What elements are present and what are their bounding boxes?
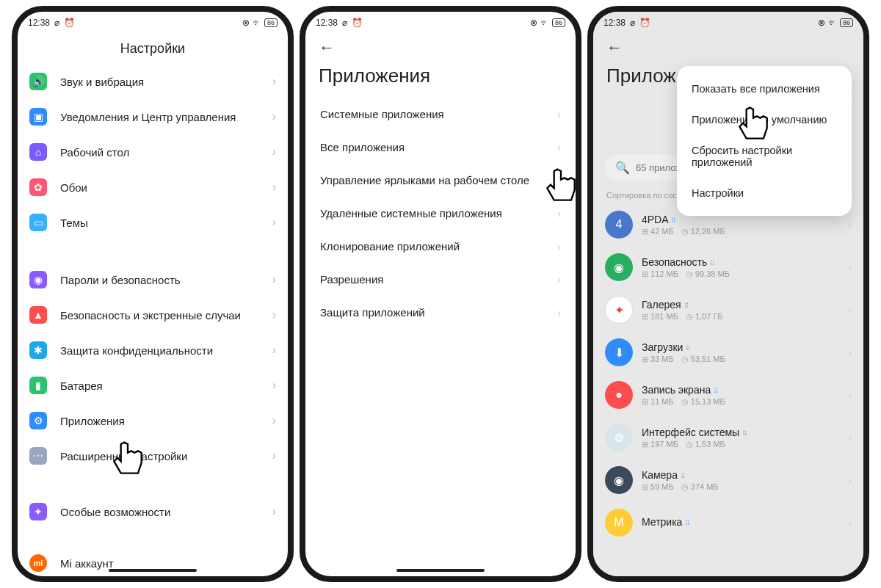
app-meta: ⊞ 197 МБ ◷ 1,53 МБ bbox=[642, 440, 839, 449]
chevron-right-icon: › bbox=[272, 344, 276, 357]
back-button[interactable]: ← bbox=[305, 31, 576, 57]
app-icon: 4 bbox=[605, 211, 633, 239]
chevron-right-icon: › bbox=[848, 219, 852, 231]
privacy-icon: ✱ bbox=[29, 341, 47, 359]
home-indicator[interactable] bbox=[396, 569, 485, 572]
battery-icon: 86 bbox=[552, 18, 565, 27]
mi-icon: mi bbox=[29, 554, 47, 572]
chevron-right-icon: › bbox=[848, 346, 852, 358]
app-row[interactable]: ✦ Галерея ⠿ ⊞ 181 МБ ◷ 1,07 ГБ › bbox=[593, 288, 863, 331]
chevron-right-icon: › bbox=[557, 207, 561, 219]
more-icon: ⋯ bbox=[29, 447, 47, 465]
chevron-right-icon: › bbox=[272, 414, 276, 427]
page-title: Приложения bbox=[305, 57, 576, 98]
chevron-right-icon: › bbox=[557, 141, 561, 153]
settings-row-notifications[interactable]: ▣ Уведомления и Центр управления › bbox=[18, 99, 288, 134]
dnd-icon: ⌀ bbox=[630, 18, 635, 28]
settings-row-themes[interactable]: ▭ Темы › bbox=[18, 205, 288, 240]
chevron-right-icon: › bbox=[557, 306, 561, 319]
chevron-right-icon: › bbox=[272, 216, 276, 229]
shield-icon: ◉ bbox=[29, 271, 47, 288]
app-row[interactable]: M Метрика ⠿ › bbox=[593, 501, 863, 544]
battery-icon: ▮ bbox=[29, 377, 47, 394]
apps-row-all[interactable]: Все приложения › bbox=[305, 131, 576, 164]
menu-reset-prefs[interactable]: Сбросить настройки приложений bbox=[677, 135, 852, 178]
settings-row-wallpaper[interactable]: ✿ Обои › bbox=[18, 170, 288, 205]
rotation-icon: ⊗ bbox=[530, 18, 537, 28]
app-meta: ⊞ 33 МБ ◷ 53,51 МБ bbox=[642, 355, 839, 364]
app-icon: ✦ bbox=[605, 296, 633, 324]
statusbar: 12:38 ⌀ ⏰ ⊗ ᯤ 86 bbox=[18, 12, 288, 31]
settings-row-home[interactable]: ⌂ Рабочий стол › bbox=[18, 134, 288, 170]
app-name: Запись экрана ⠿ bbox=[642, 384, 839, 396]
chevron-right-icon: › bbox=[557, 240, 561, 253]
apps-row-uninstalled[interactable]: Удаленные системные приложения › bbox=[305, 197, 576, 230]
settings-row-sound[interactable]: 🔊 Звук и вибрация › bbox=[18, 64, 288, 99]
app-meta: ⊞ 112 МБ ◷ 99,38 МБ bbox=[642, 269, 839, 279]
settings-row-battery[interactable]: ▮ Батарея › bbox=[18, 368, 288, 403]
settings-row-privacy[interactable]: ✱ Защита конфиденциальности › bbox=[18, 333, 288, 368]
chevron-right-icon: › bbox=[272, 308, 276, 322]
app-icon: ⚙ bbox=[605, 424, 633, 451]
rotation-icon: ⊗ bbox=[242, 18, 250, 28]
app-icon: ◉ bbox=[605, 466, 633, 494]
app-row[interactable]: ● Запись экрана ⠿ ⊞ 11 МБ ◷ 15,13 МБ › bbox=[593, 374, 863, 416]
menu-show-all[interactable]: Показать все приложения bbox=[677, 73, 852, 104]
status-time: 12:38 bbox=[28, 18, 50, 28]
dnd-icon: ⌀ bbox=[54, 18, 59, 28]
app-meta: ⊞ 181 МБ ◷ 1,07 ГБ bbox=[642, 312, 839, 322]
back-button[interactable]: ← bbox=[593, 31, 863, 57]
chevron-right-icon: › bbox=[272, 273, 276, 286]
apps-row-shortcuts[interactable]: Управление ярлыками на рабочем столе bbox=[305, 164, 576, 197]
settings-row-security[interactable]: ▲ Безопасность и экстренные случаи › bbox=[18, 297, 288, 333]
app-name: Безопасность ⠿ bbox=[642, 256, 839, 268]
status-time: 12:38 bbox=[603, 18, 626, 28]
app-row[interactable]: ◉ Безопасность ⠿ ⊞ 112 МБ ◷ 99,38 МБ › bbox=[593, 246, 863, 288]
app-name: Загрузки ⠿ bbox=[642, 341, 839, 353]
app-icon: ◉ bbox=[605, 253, 633, 281]
app-row[interactable]: ⬇ Загрузки ⠿ ⊞ 33 МБ ◷ 53,51 МБ › bbox=[593, 331, 863, 374]
apps-row-system[interactable]: Системные приложения › bbox=[305, 98, 576, 131]
alarm-icon: ⏰ bbox=[352, 18, 363, 28]
home-indicator[interactable] bbox=[109, 569, 197, 572]
settings-row-advanced[interactable]: ⋯ Расширенные настройки › bbox=[18, 438, 288, 473]
wifi-icon: ᯤ bbox=[828, 18, 837, 28]
chevron-right-icon: › bbox=[272, 181, 276, 194]
apps-row-permissions[interactable]: Разрешения › bbox=[305, 263, 576, 296]
status-time: 12:38 bbox=[316, 18, 338, 28]
sound-icon: 🔊 bbox=[29, 73, 47, 90]
app-row[interactable]: ◉ Камера ⠿ ⊞ 59 МБ ◷ 374 МБ › bbox=[593, 459, 863, 501]
chevron-right-icon: › bbox=[848, 432, 852, 443]
chevron-right-icon: › bbox=[272, 379, 276, 392]
apps-row-clone[interactable]: Клонирование приложений › bbox=[305, 230, 576, 263]
chevron-right-icon: › bbox=[848, 261, 852, 273]
apps-row-protection[interactable]: Защита приложений › bbox=[305, 296, 576, 329]
statusbar: 12:38 ⌀ ⏰ ⊗ ᯤ 86 bbox=[305, 12, 576, 31]
chevron-right-icon: › bbox=[557, 108, 561, 120]
accessibility-icon: ✦ bbox=[29, 503, 47, 520]
settings-row-apps[interactable]: ⚙ Приложения › bbox=[18, 403, 288, 438]
chevron-right-icon: › bbox=[272, 449, 276, 462]
chevron-right-icon: › bbox=[272, 75, 276, 88]
wifi-icon: ᯤ bbox=[540, 18, 549, 28]
battery-icon: 86 bbox=[264, 18, 278, 27]
menu-default-apps[interactable]: Приложения по умолчанию bbox=[677, 104, 852, 135]
statusbar: 12:38 ⌀ ⏰ ⊗ ᯤ 86 bbox=[593, 12, 863, 31]
themes-icon: ▭ bbox=[29, 214, 47, 231]
settings-row-accessibility[interactable]: ✦ Особые возможности › bbox=[18, 494, 288, 529]
settings-row-passwords[interactable]: ◉ Пароли и безопасность › bbox=[18, 262, 288, 297]
alarm-icon: ⏰ bbox=[639, 18, 650, 28]
app-row[interactable]: ⚙ Интерфейс системы ⠿ ⊞ 197 МБ ◷ 1,53 МБ… bbox=[593, 416, 863, 459]
phone-apps-menu: 12:38 ⌀ ⏰ ⊗ ᯤ 86 ← Приложения Системные … bbox=[300, 6, 581, 582]
dnd-icon: ⌀ bbox=[342, 18, 347, 28]
chevron-right-icon: › bbox=[272, 145, 276, 159]
alarm-icon: ⏰ bbox=[64, 18, 75, 28]
app-name: Метрика ⠿ bbox=[642, 516, 839, 528]
chevron-right-icon: › bbox=[848, 389, 852, 401]
emergency-icon: ▲ bbox=[29, 306, 47, 324]
app-icon: ● bbox=[605, 381, 633, 409]
chevron-right-icon: › bbox=[557, 273, 561, 286]
app-icon: ⬇ bbox=[605, 338, 633, 366]
wallpaper-icon: ✿ bbox=[29, 178, 47, 196]
menu-settings[interactable]: Настройки bbox=[677, 178, 852, 208]
